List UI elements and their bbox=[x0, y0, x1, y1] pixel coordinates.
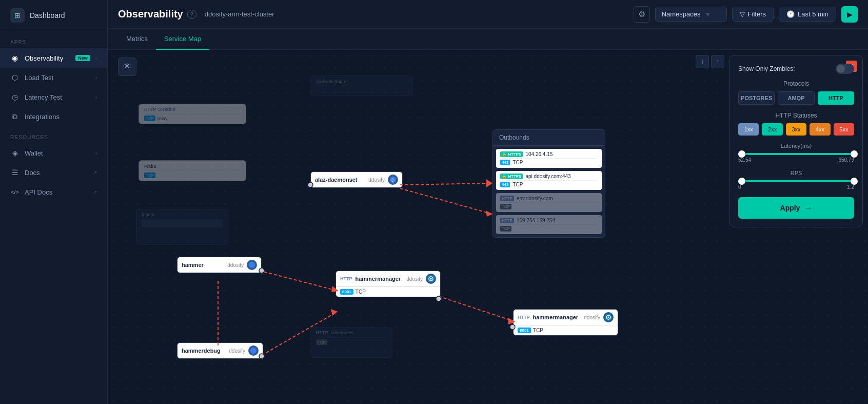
apply-button[interactable]: Apply bbox=[738, 197, 854, 219]
node-hammer: hammer ddosify bbox=[177, 257, 262, 273]
play-button[interactable]: ▶ bbox=[841, 6, 858, 23]
dashboard-label: Dashboard bbox=[30, 11, 65, 20]
header: Observability ? ddosify-arm-test-cluster… bbox=[108, 0, 868, 29]
api-docs-icon: </> bbox=[10, 187, 19, 197]
http-badge-1: HTTP bbox=[340, 276, 352, 281]
sidebar-item-docs[interactable]: ☰ Docs ↗ bbox=[0, 163, 107, 182]
latency-test-icon: ◷ bbox=[10, 92, 19, 102]
settings-button[interactable]: ⚙ bbox=[634, 6, 650, 23]
bg-node-kubernetes: HTTPkubernetes TCP bbox=[310, 327, 392, 358]
protocol-buttons: POSTGRES AMQP HTTP bbox=[738, 91, 854, 105]
outbound-url-3: env.ddosify.com bbox=[517, 196, 553, 201]
dashboard-icon: ⊞ bbox=[10, 8, 25, 23]
svg-marker-6 bbox=[331, 309, 338, 316]
wallet-arrow: › bbox=[95, 150, 97, 156]
zombies-label: Show Only Zombies: bbox=[738, 65, 795, 72]
time-range-button[interactable]: 🕐 Last 5 min bbox=[779, 7, 836, 22]
filter-icon: ▽ bbox=[740, 10, 745, 18]
sidebar-item-api-docs[interactable]: </> API Docs ↗ bbox=[0, 182, 107, 202]
info-icon[interactable]: ? bbox=[187, 10, 196, 19]
docs-icon: ☰ bbox=[10, 168, 19, 177]
status-1xx-button[interactable]: 1xx bbox=[738, 123, 759, 136]
sidebar-item-label-api-docs: API Docs bbox=[25, 188, 88, 196]
outbounds-panel: Outbounds 🔒 HTTPS 104.26.4.15 443 TCP 🔒 … bbox=[492, 129, 605, 238]
map-nav-controls: ↓ ↑ bbox=[696, 55, 724, 68]
protocol-postgres-button[interactable]: POSTGRES bbox=[738, 91, 775, 105]
sidebar-item-label-integrations: Integrations bbox=[25, 113, 97, 121]
outbound-url-1: 104.26.4.15 bbox=[525, 151, 553, 157]
node-hammermanager-1: HTTP hammermanager ddosify 8001 TCP bbox=[336, 271, 441, 297]
eye-icon: 👁 bbox=[123, 62, 131, 71]
dashboard-link[interactable]: ⊞ Dashboard bbox=[0, 0, 107, 31]
tab-service-map[interactable]: Service Map bbox=[156, 29, 209, 50]
page-title: Observability ? bbox=[118, 8, 196, 20]
namespace-label: Namespaces bbox=[662, 10, 701, 18]
status-2xx-button[interactable]: 2xx bbox=[762, 123, 782, 136]
http-badge-3: HTTP bbox=[500, 196, 514, 201]
rps-range-labels: 0 1.2 bbox=[738, 184, 854, 190]
protocol-http-button[interactable]: HTTP bbox=[818, 91, 854, 105]
status-3xx-button[interactable]: 3xx bbox=[786, 123, 806, 136]
docs-external-icon: ↗ bbox=[93, 170, 97, 176]
latency-slider-max-thumb[interactable] bbox=[851, 150, 858, 158]
rps-slider-min-thumb[interactable] bbox=[738, 178, 745, 185]
apps-section-label: APPS bbox=[0, 31, 107, 48]
protocol-amqp-button[interactable]: AMQP bbox=[778, 91, 814, 105]
latency-test-arrow: › bbox=[95, 94, 97, 100]
latency-slider-min-thumb[interactable] bbox=[738, 150, 745, 158]
svg-point-25 bbox=[250, 348, 257, 354]
node-hammer-label: hammer bbox=[182, 262, 224, 268]
status-5xx-button[interactable]: 5xx bbox=[834, 123, 854, 136]
latency-min-value: 52.54 bbox=[738, 157, 751, 163]
tcp-label-2: TCP bbox=[533, 328, 543, 333]
node-hammermanager1-label: hammermanager bbox=[356, 276, 404, 282]
svg-line-9 bbox=[400, 188, 492, 214]
nav-up-button[interactable]: ↑ bbox=[711, 55, 724, 68]
namespace-dropdown[interactable]: Namespaces ▼ bbox=[655, 7, 727, 22]
rps-label: RPS bbox=[738, 170, 854, 176]
filters-button[interactable]: ▽ Filters bbox=[732, 7, 774, 22]
node-hammermanager1-icon bbox=[426, 274, 436, 284]
zombies-toggle[interactable] bbox=[836, 64, 854, 74]
node-hammerdebug-label: hammerdebug bbox=[182, 348, 226, 354]
chevron-down-icon: ▼ bbox=[705, 11, 711, 18]
sidebar-item-wallet[interactable]: ◈ Wallet › bbox=[0, 143, 107, 163]
https-badge-2: 🔒 HTTPS bbox=[500, 174, 523, 179]
svg-line-7 bbox=[400, 183, 492, 185]
tab-bar: Metrics Service Map bbox=[108, 29, 868, 50]
sidebar-item-label-latency-test: Latency Test bbox=[25, 93, 90, 101]
tab-metrics[interactable]: Metrics bbox=[118, 29, 156, 50]
tcp-badge-2: 443 bbox=[500, 182, 510, 187]
sidebar-item-latency-test[interactable]: ◷ Latency Test › bbox=[0, 87, 107, 107]
sidebar-item-load-test[interactable]: ⬡ Load Test › bbox=[0, 68, 107, 87]
status-buttons: 1xx 2xx 3xx 4xx 5xx bbox=[738, 123, 854, 136]
tcp-label-1: TCP bbox=[356, 289, 366, 295]
rps-min-value: 0 bbox=[738, 184, 741, 190]
node-alaz-daemonset: alaz-daemonset ddosify ⚓ bbox=[310, 171, 403, 188]
sidebar-item-label-load-test: Load Test bbox=[25, 74, 90, 82]
nav-down-button[interactable]: ↓ bbox=[696, 55, 709, 68]
outbound-url-2: api.ddosify.com:443 bbox=[525, 174, 570, 179]
node-alaz-icon: ⚓ bbox=[388, 175, 398, 185]
filters-label: Filters bbox=[748, 10, 766, 18]
rps-slider-max-thumb[interactable] bbox=[851, 178, 858, 185]
sidebar-item-observability[interactable]: ◉ Observability New › bbox=[0, 48, 107, 68]
rps-slider-track[interactable] bbox=[738, 180, 854, 182]
svg-point-24 bbox=[608, 317, 609, 318]
tcp-text-2: TCP bbox=[512, 182, 523, 187]
service-map-canvas[interactable]: 👁 ↓ ↑ bbox=[108, 50, 868, 404]
observability-arrow: › bbox=[95, 55, 97, 61]
node-hammermanager-2: HTTP hammermanager ddosify 8001 TCP bbox=[513, 309, 618, 336]
load-test-arrow: › bbox=[95, 75, 97, 81]
port-badge-8001-2: 8001 bbox=[518, 328, 531, 333]
node-hammerdebug-namespace: ddosify bbox=[229, 348, 245, 354]
protocols-label: Protocols bbox=[738, 80, 854, 87]
svg-point-21 bbox=[430, 278, 432, 280]
visibility-toggle-button[interactable]: 👁 bbox=[118, 57, 136, 76]
sidebar-item-integrations[interactable]: ⧉ Integrations bbox=[0, 107, 107, 126]
latency-slider-track[interactable] bbox=[738, 153, 854, 155]
clock-icon: 🕐 bbox=[786, 10, 795, 18]
observability-badge: New bbox=[75, 55, 90, 61]
sidebar-item-label-wallet: Wallet bbox=[25, 149, 90, 157]
status-4xx-button[interactable]: 4xx bbox=[810, 123, 830, 136]
